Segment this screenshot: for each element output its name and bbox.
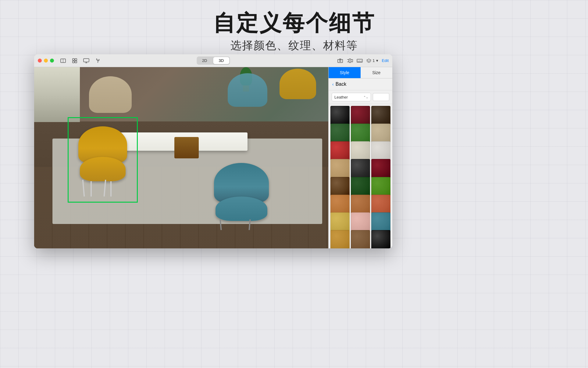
color-swatch-7[interactable] bbox=[351, 141, 370, 161]
color-swatch-20[interactable] bbox=[371, 212, 390, 232]
right-panel: Style Size ‹ Back Leather ⌃⌄ bbox=[328, 67, 392, 248]
color-swatch-13[interactable] bbox=[351, 177, 370, 196]
material-selector: Leather ⌃⌄ bbox=[329, 90, 392, 104]
color-swatch-5[interactable] bbox=[371, 124, 390, 143]
color-swatch-23[interactable] bbox=[371, 230, 390, 248]
size-tab[interactable]: Size bbox=[361, 67, 393, 78]
color-swatch-14[interactable] bbox=[371, 177, 390, 196]
color-swatch-1[interactable] bbox=[351, 106, 370, 125]
header: 自定义每个细节 选择颜色、纹理、材料等 bbox=[0, 0, 588, 62]
color-swatch-19[interactable] bbox=[351, 212, 370, 232]
back-label: Back bbox=[336, 81, 347, 87]
bookshelf bbox=[34, 67, 80, 122]
color-swatch-4[interactable] bbox=[351, 124, 370, 143]
color-swatch-17[interactable] bbox=[371, 195, 390, 214]
color-swatch-12[interactable] bbox=[330, 177, 350, 196]
color-swatch-21[interactable] bbox=[330, 230, 350, 248]
color-swatch-22[interactable] bbox=[351, 230, 370, 248]
panel-tabs: Style Size bbox=[329, 67, 392, 78]
color-swatch-8[interactable] bbox=[371, 141, 390, 161]
scene-area[interactable] bbox=[34, 67, 328, 248]
chair-back-beige bbox=[89, 76, 132, 113]
back-arrow-icon: ‹ bbox=[332, 82, 334, 87]
color-swatch-3[interactable] bbox=[330, 124, 350, 143]
selected-chair-yellow[interactable] bbox=[74, 126, 132, 197]
color-swatch-15[interactable] bbox=[330, 195, 350, 214]
color-swatch-9[interactable] bbox=[330, 159, 350, 178]
color-swatch-grid bbox=[329, 104, 392, 248]
material-dropdown[interactable]: Leather ⌃⌄ bbox=[332, 93, 371, 101]
color-swatch-2[interactable] bbox=[371, 106, 390, 125]
scene-image bbox=[34, 67, 328, 248]
color-swatch-6[interactable] bbox=[330, 141, 350, 161]
page-title: 自定义每个细节 bbox=[0, 11, 588, 35]
color-swatch-18[interactable] bbox=[330, 212, 350, 232]
chair-back-yellow bbox=[280, 69, 316, 99]
chair-back-teal bbox=[228, 73, 267, 107]
panel-back-navigation[interactable]: ‹ Back bbox=[329, 78, 392, 90]
page-subtitle: 选择颜色、纹理、材料等 bbox=[0, 38, 588, 53]
app-content: Style Size ‹ Back Leather ⌃⌄ bbox=[34, 67, 392, 248]
selected-color-swatch[interactable] bbox=[373, 93, 389, 101]
color-swatch-10[interactable] bbox=[351, 159, 370, 178]
app-window: 2D 3D bbox=[34, 54, 392, 248]
dropdown-arrow-icon: ⌃⌄ bbox=[363, 96, 368, 99]
color-swatch-16[interactable] bbox=[351, 195, 370, 214]
material-label: Leather bbox=[334, 95, 348, 99]
style-tab[interactable]: Style bbox=[329, 67, 361, 78]
chair-teal[interactable] bbox=[212, 163, 273, 230]
color-swatch-11[interactable] bbox=[371, 159, 390, 178]
color-swatch-0[interactable] bbox=[330, 106, 350, 125]
